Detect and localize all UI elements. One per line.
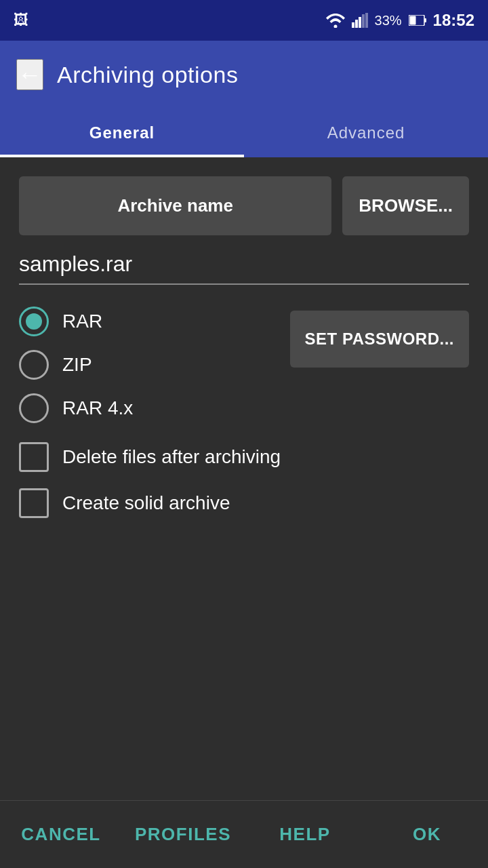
- status-bar: 🖼 33% 18:52: [0, 0, 488, 41]
- help-button[interactable]: HELP: [244, 801, 366, 868]
- filename-container: [19, 252, 469, 285]
- back-icon: ←: [18, 60, 42, 89]
- radio-rar-outer: [19, 307, 49, 336]
- checkbox-delete-label: Delete files after archiving: [62, 446, 281, 468]
- filename-input[interactable]: [19, 252, 469, 277]
- checkbox-solid-label: Create solid archive: [62, 492, 230, 514]
- checkbox-solid-archive[interactable]: Create solid archive: [19, 488, 469, 518]
- radio-rar-label: RAR: [62, 311, 102, 332]
- radio-zip[interactable]: ZIP: [19, 350, 277, 380]
- profiles-label: PROFILES: [135, 824, 231, 845]
- gallery-icon: 🖼: [14, 12, 28, 29]
- cancel-button[interactable]: CANCEL: [0, 801, 122, 868]
- set-password-label: SET PASSWORD...: [305, 330, 454, 348]
- checkbox-delete-after[interactable]: Delete files after archiving: [19, 442, 469, 472]
- svg-rect-1: [355, 20, 358, 28]
- radio-zip-label: ZIP: [62, 354, 92, 376]
- time-display: 18:52: [433, 11, 474, 30]
- archive-name-label: Archive name: [117, 195, 233, 216]
- battery-icon: [409, 15, 426, 26]
- tab-advanced[interactable]: Advanced: [244, 108, 488, 157]
- tab-bar: General Advanced: [0, 108, 488, 157]
- radio-rar4x-outer: [19, 393, 49, 423]
- ok-label: OK: [413, 824, 441, 845]
- svg-rect-2: [359, 17, 361, 28]
- svg-rect-3: [362, 14, 365, 28]
- tab-advanced-label: Advanced: [327, 123, 405, 142]
- radio-rar4x-label: RAR 4.x: [62, 397, 133, 419]
- battery-percent: 33%: [375, 13, 402, 28]
- set-password-button[interactable]: SET PASSWORD...: [290, 311, 469, 368]
- bottom-bar: CANCEL PROFILES HELP OK: [0, 800, 488, 868]
- archive-name-button[interactable]: Archive name: [19, 176, 331, 235]
- radio-rar4x[interactable]: RAR 4.x: [19, 393, 277, 423]
- cancel-label: CANCEL: [21, 824, 100, 845]
- browse-label: BROWSE...: [359, 195, 453, 216]
- svg-rect-6: [409, 16, 415, 25]
- tab-general[interactable]: General: [0, 108, 244, 157]
- back-button[interactable]: ←: [16, 59, 43, 90]
- radio-rar-inner: [26, 313, 42, 330]
- checkbox-section: Delete files after archiving Create soli…: [19, 442, 469, 518]
- app-bar: ← Archiving options: [0, 41, 488, 108]
- browse-button[interactable]: BROWSE...: [342, 176, 469, 235]
- help-label: HELP: [279, 824, 330, 845]
- radio-zip-outer: [19, 350, 49, 380]
- profiles-button[interactable]: PROFILES: [122, 801, 244, 868]
- page-title: Archiving options: [57, 62, 238, 88]
- format-options: RAR ZIP RAR 4.x: [19, 307, 277, 423]
- archive-name-row: Archive name BROWSE...: [19, 176, 469, 235]
- checkbox-solid-box: [19, 488, 49, 518]
- content-area: Archive name BROWSE... RAR ZIP RAR 4.x: [0, 157, 488, 518]
- checkbox-delete-box: [19, 442, 49, 472]
- svg-rect-7: [424, 18, 426, 22]
- wifi-icon: [326, 13, 345, 28]
- svg-rect-0: [352, 22, 354, 28]
- radio-rar[interactable]: RAR: [19, 307, 277, 336]
- signal-icon: [352, 13, 368, 28]
- tab-general-label: General: [89, 123, 155, 142]
- format-password-row: RAR ZIP RAR 4.x SET PASSWORD...: [19, 307, 469, 423]
- ok-button[interactable]: OK: [366, 801, 488, 868]
- svg-rect-4: [365, 13, 368, 28]
